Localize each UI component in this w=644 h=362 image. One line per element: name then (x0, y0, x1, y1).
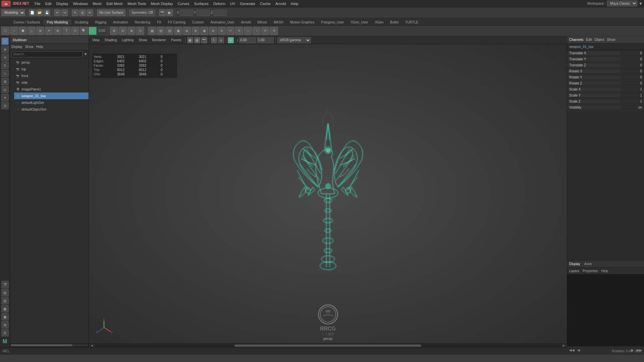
channel-val-sz[interactable]: 1 (621, 100, 644, 103)
shelf-icon-9[interactable]: ⊡ (71, 27, 79, 35)
outliner-item-top[interactable]: 📷 top (14, 66, 89, 72)
channel-scale-x[interactable]: Scale X 1 (567, 86, 644, 93)
shelf-tab-animation[interactable]: Animation (110, 19, 131, 25)
anim-back-btn[interactable]: ◀ (577, 348, 580, 352)
menu-uv[interactable]: UV (228, 1, 237, 6)
shelf-icon-26[interactable]: ✕ (235, 27, 243, 35)
menu-help[interactable]: Help (289, 1, 301, 6)
shelf-icon-19[interactable]: ▣ (174, 27, 182, 35)
display-sub-help[interactable]: Help (601, 269, 608, 273)
mode-dropdown[interactable]: Modeling (1, 9, 25, 16)
shelf-tab-bullet[interactable]: Bullet (387, 19, 402, 25)
layer-tool-4[interactable]: ▣ (1, 313, 9, 320)
outliner-hscroll[interactable] (10, 343, 89, 347)
outliner-item-side[interactable]: 📷 side (14, 79, 89, 86)
menu-mesh-display[interactable]: Mesh Display (149, 1, 175, 6)
vp-icon-lasso[interactable]: ◎ (218, 37, 224, 43)
open-scene-btn[interactable]: 📂 (36, 9, 43, 16)
outliner-item-weapon[interactable]: ⬡ weapon_01_low (14, 93, 89, 99)
vp-menu-panels[interactable]: Panels (169, 38, 183, 42)
channels-tab-channels[interactable]: Channels (569, 38, 583, 42)
new-scene-btn[interactable]: 📄 (29, 9, 36, 16)
shelf-tab-anim-user[interactable]: Animation_User (207, 19, 237, 25)
paint-select-btn[interactable]: ⊕ (1, 46, 9, 53)
hscroll-thumb[interactable] (234, 345, 421, 347)
transform-tool-btn[interactable]: ⊞ (1, 78, 9, 85)
menu-curves[interactable]: Curves (176, 1, 192, 6)
outliner-item-front[interactable]: 📷 front (14, 72, 89, 79)
vp-icon-transform[interactable]: ⊕ (228, 37, 234, 43)
shelf-icon-11[interactable]: + (89, 27, 97, 35)
vp-menu-view[interactable]: View (90, 38, 102, 42)
vp-menu-shading[interactable]: Shading (103, 38, 119, 42)
select-tool-btn[interactable]: ↖ (72, 9, 78, 16)
menu-cache[interactable]: Cache (258, 1, 273, 6)
shelf-icon-14[interactable]: ⊠ (127, 27, 136, 35)
shelf-icon-25[interactable]: ✂ (226, 27, 234, 35)
outliner-search-input[interactable] (11, 51, 83, 57)
shelf-icon-2[interactable]: ○ (10, 27, 18, 35)
shelf-tab-rigging[interactable]: Rigging (92, 19, 110, 25)
channel-val-tx[interactable]: 0 (621, 51, 644, 55)
shelf-icon-18[interactable]: ▥ (165, 27, 173, 35)
shelf-tab-fx[interactable]: FX (154, 19, 165, 25)
shelf-icon-13[interactable]: ⊟ (119, 27, 127, 35)
save-scene-btn[interactable]: 💾 (44, 9, 50, 16)
shelf-icon-27[interactable]: ↔ (244, 27, 252, 35)
vp-icon-1[interactable]: ▦ (187, 37, 193, 43)
layer-tool-2[interactable]: ▥ (1, 297, 9, 304)
channel-translate-z[interactable]: Translate Z 0 (567, 62, 644, 68)
shelf-tab-fxcaching[interactable]: FX Caching (165, 19, 189, 25)
shelf-icon-22[interactable]: ◉ (200, 27, 208, 35)
show-manip-btn[interactable]: ⊡ (1, 102, 9, 109)
layer-tool-1[interactable]: ▤ (1, 289, 9, 296)
channel-scale-y[interactable]: Scale Y 1 (567, 93, 644, 99)
undo-btn[interactable]: ↩ (54, 9, 61, 16)
rotate-tool-btn[interactable]: ↻ (1, 62, 9, 69)
menu-display[interactable]: Display (54, 1, 70, 6)
shelf-icon-10[interactable]: 🔍 (80, 27, 88, 35)
menu-deform[interactable]: Deform (211, 1, 227, 6)
hscroll-right-btn[interactable]: ► (561, 344, 566, 348)
channel-val-ry[interactable]: 0 (621, 75, 644, 79)
y-input[interactable] (197, 10, 210, 16)
outliner-item-persp[interactable]: 📷 persp (14, 59, 89, 66)
channel-rotate-x[interactable]: Rotate X 0 (567, 68, 644, 74)
shelf-tab-xgen-user[interactable]: XGen_User (347, 19, 371, 25)
outliner-item-imageplane[interactable]: 🖼 imagePlane1 (14, 86, 89, 93)
z-input[interactable] (213, 10, 227, 16)
hscroll-left-btn[interactable]: ◄ (90, 344, 94, 348)
menu-mesh-tools[interactable]: Mesh Tools (125, 1, 148, 6)
channel-translate-y[interactable]: Translate Y 0 (567, 56, 644, 62)
menu-edit-mesh[interactable]: Edit Mesh (104, 1, 125, 6)
channels-tab-show[interactable]: Show (607, 38, 615, 42)
shelf-icon-7[interactable]: ⊞ (54, 27, 62, 35)
channels-tab-edit[interactable]: Edit (586, 38, 592, 42)
layer-tool-3[interactable]: ▦ (1, 305, 9, 312)
menu-surfaces[interactable]: Surfaces (192, 1, 210, 6)
layer-tool-6[interactable]: ☰ (1, 329, 9, 337)
shelf-icon-30[interactable]: ⟲ (270, 27, 278, 35)
shelf-icon-1[interactable]: ⬡ (1, 27, 9, 35)
menu-generate[interactable]: Generate (238, 1, 257, 6)
vp-menu-show[interactable]: Show (137, 38, 149, 42)
render-view-btn[interactable]: 🎬 (1, 281, 9, 288)
menu-arnold[interactable]: Arnold (273, 1, 288, 6)
sculpt-btn[interactable]: ✦ (1, 94, 9, 101)
vp-value2-input[interactable] (257, 37, 274, 43)
layer-tool-5[interactable]: ⊞ (1, 321, 9, 328)
shelf-icon-23[interactable]: ⊛ (209, 27, 217, 35)
channel-val-sy[interactable]: 1 (621, 94, 644, 97)
anim-prev-btn[interactable]: ◀◀ (569, 348, 575, 352)
vp-menu-renderer[interactable]: Renderer (150, 38, 168, 42)
shelf-icon-17[interactable]: ▤ (157, 27, 165, 35)
hscroll-track[interactable] (94, 345, 561, 347)
shelf-icon-4[interactable]: △ (28, 27, 36, 35)
x-input[interactable] (180, 10, 193, 16)
menu-file[interactable]: File (33, 1, 43, 6)
shelf-tab-rendering[interactable]: Rendering (131, 19, 154, 25)
vp-menu-lighting[interactable]: Lighting (120, 38, 136, 42)
shelf-icon-3[interactable]: ⬢ (19, 27, 27, 35)
shelf-tab-arnold-shelf[interactable]: Arnold (238, 19, 254, 25)
outliner-item-objectset[interactable]: ○ defaultObjectSet (14, 106, 89, 113)
